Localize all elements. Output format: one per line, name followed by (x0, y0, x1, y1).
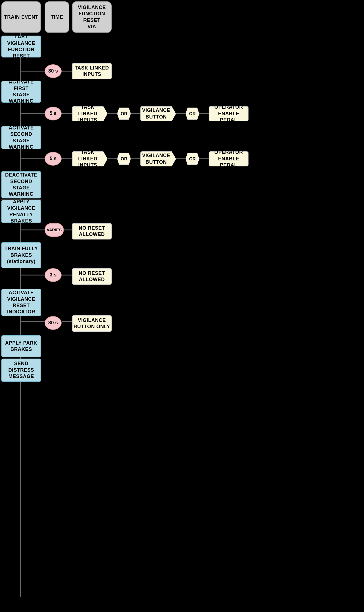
deactivate-second-stage-warning-box: DEACTIVATE SECOND STAGE WARNING (1, 171, 41, 198)
time-circle-1: 30 s (45, 64, 62, 78)
last-vigilance-function-reset-box: LAST VIGILANCE FUNCTION RESET (1, 36, 41, 57)
no-reset-allowed-2-box: NO RESET ALLOWED (72, 268, 112, 285)
task-linked-inputs-3-box: TASK LINKED INPUTS (72, 151, 108, 166)
vigilance-button-only-box: VIGILANCE BUTTON ONLY (72, 315, 112, 332)
or-connector-4: OR (186, 153, 199, 165)
activate-second-stage-warning-box: ACTIVATE SECOND STAGE WARNING (1, 126, 41, 149)
train-fully-brakes-box: TRAIN FULLY BRAKES (stationary) (1, 242, 41, 268)
operator-enable-pedal-1-box: OPERATOR ENABLE PEDAL (209, 106, 249, 121)
time-circle-5: 30 s (45, 316, 62, 330)
or-connector-3: OR (117, 153, 131, 165)
apply-park-brakes-box: APPLY PARK BRAKES (1, 335, 41, 357)
activate-first-stage-warning-box: ACTIVATE FIRST STAGE WARNING (1, 81, 41, 103)
time-circle-2: 5 s (45, 107, 62, 120)
operator-enable-pedal-2-box: OPERATOR ENABLE PEDAL (209, 151, 249, 166)
time-box: TIME (45, 1, 69, 33)
task-linked-inputs-2-box: TASK LINKED INPUTS (72, 106, 108, 121)
time-circle-4: 3 s (45, 268, 62, 282)
divider-2 (1, 358, 41, 358)
time-circle-varies: VARIES (45, 223, 64, 237)
vigilance-button-1-box: VIGILANCE BUTTON (140, 106, 176, 121)
time-circle-3: 5 s (45, 152, 62, 166)
activate-vigilance-reset-indicator-box: ACTIVATE VIGILANCE RESET INDICATOR (1, 289, 41, 316)
or-connector-1: OR (117, 108, 131, 120)
vigilance-button-2-box: VIGILANCE BUTTON (140, 151, 176, 166)
train-event-box: TRAIN EVENT (1, 1, 41, 33)
vigilance-function-reset-via-box: VIGILANCE FUNCTION RESET VIA (72, 1, 112, 33)
or-connector-2: OR (186, 108, 199, 120)
apply-vigilance-penalty-brakes-box: APPLY VIGILANCE PENALTY BRAKES (1, 200, 41, 223)
send-distress-message-box: SEND DISTRESS MESSAGE (1, 359, 41, 382)
no-reset-allowed-1-box: NO RESET ALLOWED (72, 223, 112, 239)
task-linked-inputs-1-box: TASK LINKED INPUTS (72, 63, 112, 79)
